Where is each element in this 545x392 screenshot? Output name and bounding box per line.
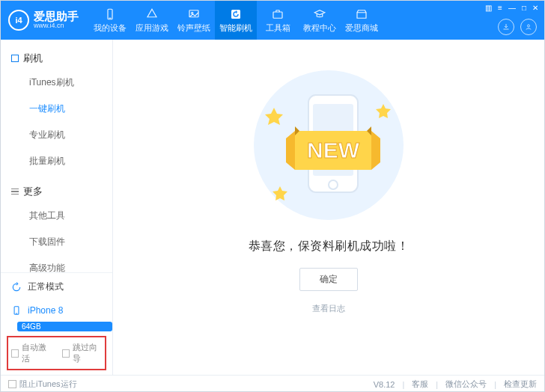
chk-label: 阻止iTunes运行 [19,379,77,390]
maximize-icon[interactable]: □ [522,4,526,12]
close-icon[interactable]: ✕ [532,4,538,12]
status-right: V8.12 | 客服 | 微信公众号 | 检查更新 [374,379,537,390]
sidebar-item-advanced[interactable]: 高级功能 [1,255,112,272]
header: i4 爱思助手 www.i4.cn 我的设备 应用游戏 铃声壁纸 智能刷机 工具… [1,1,544,40]
square-icon [11,55,19,62]
briefcase-icon [271,7,284,21]
ok-button[interactable]: 确定 [299,268,358,291]
version-label: V8.12 [374,380,395,389]
sidebar: 刷机 iTunes刷机 一键刷机 专业刷机 批量刷机 更多 其他工具 下载固件 … [1,40,113,375]
nav-store[interactable]: 爱思商城 [341,1,383,40]
svg-rect-5 [273,12,282,18]
hamburger-icon [11,189,19,195]
status-bar: 阻止iTunes运行 V8.12 | 客服 | 微信公众号 | 检查更新 [1,375,544,392]
nav-label: 应用游戏 [136,22,168,34]
download-button[interactable] [498,19,514,35]
nav-toolbox[interactable]: 工具箱 [257,1,299,40]
brand-text: 爱思助手 www.i4.cn [34,10,79,30]
success-message: 恭喜您，保资料刷机成功啦！ [249,239,409,254]
nav-label: 智能刷机 [219,22,252,34]
sidebar-group-more[interactable]: 更多 [1,180,112,203]
mode-label: 正常模式 [28,281,64,293]
options-row: 自动激活 跳过向导 [7,336,106,370]
chk-label: 跳过向导 [73,342,102,364]
shirt-icon[interactable]: ▥ [485,4,492,12]
device-block[interactable]: iPhone 8 64GB [1,301,112,331]
sidebar-item-pro-flash[interactable]: 专业刷机 [1,122,112,148]
user-icon [524,22,533,31]
window-controls: ▥ ≡ ― □ ✕ [485,4,538,12]
wechat-link[interactable]: 微信公众号 [445,379,487,390]
nav-my-device[interactable]: 我的设备 [89,1,131,40]
brand-subtitle: www.i4.cn [34,22,79,30]
sidebar-bottom: 正常模式 iPhone 8 64GB 自动激活 跳过向导 [1,272,112,375]
success-illustration: NEW [250,67,407,224]
minimize-icon[interactable]: ― [508,4,516,12]
separator: | [436,380,438,389]
chk-label: 自动激活 [22,342,51,364]
graduation-icon [313,7,326,21]
sidebar-item-other-tools[interactable]: 其他工具 [1,203,112,229]
sidebar-item-oneclick-flash[interactable]: 一键刷机 [1,96,112,122]
device-name: iPhone 8 [28,305,63,316]
refresh-icon [11,282,22,293]
sidebar-scroll: 刷机 iTunes刷机 一键刷机 专业刷机 批量刷机 更多 其他工具 下载固件 … [1,40,112,272]
nav-label: 爱思商城 [345,22,378,34]
nav-label: 我的设备 [94,22,127,34]
nav-apps[interactable]: 应用游戏 [131,1,173,40]
image-icon [187,7,201,21]
separator: | [494,380,496,389]
phone-icon [11,305,22,316]
support-link[interactable]: 客服 [412,379,428,390]
skip-wizard-checkbox[interactable]: 跳过向导 [62,342,103,364]
body: 刷机 iTunes刷机 一键刷机 专业刷机 批量刷机 更多 其他工具 下载固件 … [1,40,544,375]
store-icon [355,7,368,21]
check-update-link[interactable]: 检查更新 [504,379,537,390]
nav-label: 教程中心 [303,22,336,34]
sidebar-item-itunes-flash[interactable]: iTunes刷机 [1,70,112,96]
auto-activate-checkbox[interactable]: 自动激活 [11,342,52,364]
menu-icon[interactable]: ≡ [498,4,502,12]
nav-label: 铃声壁纸 [177,22,210,34]
refresh-square-icon [229,7,243,21]
brand-title: 爱思助手 [34,10,79,23]
nav-label: 工具箱 [266,22,290,34]
nav-ringtones[interactable]: 铃声壁纸 [173,1,215,40]
main-panel: NEW 恭喜您，保资料刷机成功啦！ 确定 查看日志 [113,40,544,375]
svg-point-6 [528,25,530,27]
brand: i4 爱思助手 www.i4.cn [8,10,79,31]
header-aux-buttons [498,19,537,35]
sidebar-item-download-firmware[interactable]: 下载固件 [1,229,112,255]
block-itunes-checkbox[interactable]: 阻止iTunes运行 [8,379,77,390]
capacity-badge: 64GB [17,322,112,331]
status-left: 阻止iTunes运行 [8,379,77,390]
sidebar-group-flash[interactable]: 刷机 [1,47,112,70]
top-nav: 我的设备 应用游戏 铃声壁纸 智能刷机 工具箱 教程中心 爱思商城 [89,1,383,40]
view-log-link[interactable]: 查看日志 [312,303,345,314]
download-icon [502,22,511,31]
sidebar-item-batch-flash[interactable]: 批量刷机 [1,148,112,174]
user-button[interactable] [520,19,537,35]
brand-logo-icon: i4 [8,10,29,31]
nav-tutorials[interactable]: 教程中心 [299,1,341,40]
apps-icon [145,7,159,21]
group-label: 更多 [23,185,43,198]
nav-flash[interactable]: 智能刷机 [215,1,257,40]
device-icon [103,7,117,21]
separator: | [402,380,404,389]
svg-text:NEW: NEW [307,138,360,162]
group-label: 刷机 [23,52,43,65]
mode-row[interactable]: 正常模式 [1,273,112,301]
